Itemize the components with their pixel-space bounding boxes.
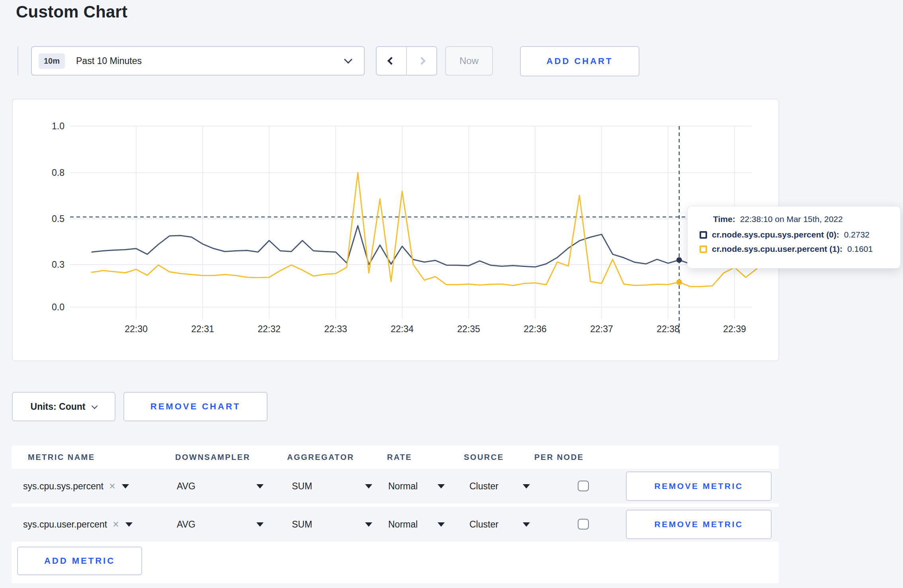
now-button[interactable]: Now [445,46,493,76]
metric-name-value: sys.cpu.user.percent [23,519,107,530]
downsampler-select[interactable]: AVG [177,507,264,542]
chart-panel[interactable]: 0.00.30.50.81.022:3022:3122:3222:3322:34… [12,99,779,361]
header-aggregator: AGGREGATOR [287,453,354,462]
units-dropdown[interactable]: Units: Count [12,392,115,421]
custom-chart-page: Custom Chart 10m Past 10 Minutes Now ADD… [0,0,903,588]
source-value: Cluster [469,481,498,492]
caret-down-icon [365,522,372,527]
rate-select[interactable]: Normal [388,507,445,542]
svg-text:22:35: 22:35 [457,324,480,334]
aggregator-value: SUM [292,481,312,492]
time-nav-group [376,46,437,76]
time-range-badge: 10m [39,53,65,69]
metric-row: sys.cpu.user.percent × AVG SUM Normal Cl… [12,507,779,542]
source-select[interactable]: Cluster [469,469,530,504]
rate-value: Normal [388,519,418,530]
svg-text:1.0: 1.0 [52,121,64,131]
metric-name-select[interactable]: sys.cpu.user.percent × [23,507,163,542]
caret-down-icon [125,522,133,527]
svg-text:22:36: 22:36 [524,324,547,334]
series-swatch-icon-sys [700,231,707,239]
page-title: Custom Chart [16,2,127,21]
chevron-down-icon [92,403,98,409]
svg-text:0.8: 0.8 [52,167,64,178]
header-rate: RATE [387,453,412,462]
tooltip-time: Time:22:38:10 on Mar 15th, 2022 [713,214,892,224]
caret-down-icon [122,484,129,489]
remove-metric-button[interactable]: REMOVE METRIC [626,510,772,539]
svg-text:22:34: 22:34 [391,324,414,334]
rate-select[interactable]: Normal [388,469,445,504]
caret-down-icon [523,484,530,489]
downsampler-select[interactable]: AVG [177,469,264,504]
downsampler-value: AVG [177,481,195,492]
metrics-table: METRIC NAME DOWNSAMPLER AGGREGATOR RATE … [12,446,779,583]
caret-down-icon [438,522,445,527]
svg-text:22:37: 22:37 [590,324,613,334]
tooltip-time-value: 22:38:10 on Mar 15th, 2022 [740,214,843,224]
svg-text:22:32: 22:32 [258,324,281,334]
prev-time-button[interactable] [377,47,407,75]
header-per-node: PER NODE [534,453,584,462]
downsampler-value: AVG [177,519,195,530]
svg-text:22:39: 22:39 [723,324,746,334]
tooltip-series-row: cr.node.sys.cpu.user.percent (1): 0.1601 [700,244,892,254]
svg-text:22:30: 22:30 [125,324,148,334]
tooltip-series-value: 0.2732 [844,230,870,239]
tooltip-series-label: cr.node.sys.cpu.sys.percent (0): [712,230,839,239]
source-select[interactable]: Cluster [469,507,530,542]
header-source: SOURCE [464,453,504,462]
caret-down-icon [256,484,264,489]
add-chart-button[interactable]: ADD CHART [520,46,639,76]
svg-text:22:33: 22:33 [324,324,347,334]
aggregator-select[interactable]: SUM [292,507,372,542]
chevron-down-icon [344,55,352,64]
svg-text:22:31: 22:31 [191,324,214,334]
next-time-button[interactable] [407,47,436,75]
svg-text:22:38: 22:38 [657,324,680,334]
caret-down-icon [365,484,372,489]
rate-value: Normal [388,481,418,492]
svg-text:0.5: 0.5 [52,214,64,224]
remove-chart-button[interactable]: REMOVE CHART [123,392,268,421]
metric-row: sys.cpu.sys.percent × AVG SUM Normal Clu… [12,469,779,504]
caret-down-icon [438,484,445,489]
svg-text:0.0: 0.0 [52,302,64,312]
time-range-dropdown[interactable]: 10m Past 10 Minutes [31,46,365,76]
header-metric-name: METRIC NAME [28,453,95,462]
units-label: Units: Count [31,401,86,412]
metric-name-value: sys.cpu.sys.percent [23,481,104,492]
tooltip-time-label: Time: [713,214,735,224]
header-downsampler: DOWNSAMPLER [175,453,250,462]
toolbar: 10m Past 10 Minutes Now ADD CHART [0,46,903,76]
aggregator-value: SUM [292,519,312,530]
per-node-checkbox[interactable] [578,519,589,530]
timeseries-chart[interactable]: 0.00.30.50.81.022:3022:3122:3222:3322:34… [13,99,778,360]
chart-tooltip: Time:22:38:10 on Mar 15th, 2022 cr.node.… [687,206,901,269]
toolbar-divider [18,46,18,76]
chevron-left-icon [387,57,395,65]
tooltip-series-row: cr.node.sys.cpu.sys.percent (0): 0.2732 [700,230,892,239]
tooltip-series-value: 0.1601 [847,244,873,254]
remove-metric-button[interactable]: REMOVE METRIC [626,471,772,501]
tooltip-series-label: cr.node.sys.cpu.user.percent (1): [712,244,842,254]
metric-name-select[interactable]: sys.cpu.sys.percent × [23,469,163,504]
close-icon[interactable]: × [113,518,119,531]
caret-down-icon [256,522,264,527]
series-swatch-icon-user [700,245,707,253]
aggregator-select[interactable]: SUM [292,469,372,504]
per-node-checkbox[interactable] [578,481,589,491]
caret-down-icon [523,522,530,527]
metrics-table-header: METRIC NAME DOWNSAMPLER AGGREGATOR RATE … [12,446,779,469]
time-range-label: Past 10 Minutes [76,56,142,66]
chevron-right-icon [418,57,426,65]
close-icon[interactable]: × [109,480,115,493]
add-metric-button[interactable]: ADD METRIC [17,547,142,575]
svg-text:0.3: 0.3 [52,259,64,270]
source-value: Cluster [469,519,498,530]
